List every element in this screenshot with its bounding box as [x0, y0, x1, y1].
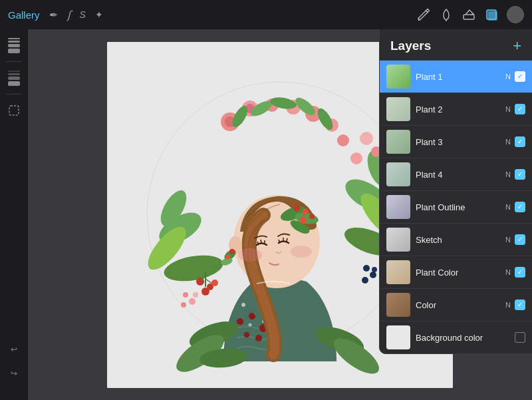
svg-point-19	[183, 292, 188, 298]
layer-visibility-checkbox[interactable]	[515, 169, 525, 180]
add-layer-button[interactable]: +	[513, 39, 521, 53]
layers-title: Layers	[390, 39, 431, 53]
layer-blend-mode[interactable]: N	[505, 203, 511, 211]
svg-point-47	[372, 267, 377, 272]
svg-point-14	[201, 288, 209, 296]
layer-item[interactable]: Plant 2N	[380, 93, 532, 126]
svg-point-58	[255, 335, 262, 341]
layer-visibility-checkbox[interactable]	[515, 104, 525, 114]
svg-rect-1	[464, 15, 474, 19]
layer-item[interactable]: Plant ColorN	[380, 256, 532, 289]
layer-thumbnail	[386, 162, 410, 186]
svg-point-20	[189, 298, 196, 305]
layer-item[interactable]: Background color	[380, 321, 532, 354]
svg-point-44	[363, 265, 370, 272]
layer-blend-mode[interactable]: N	[505, 301, 511, 309]
left-sidebar: ↩ ↪	[0, 29, 28, 400]
svg-point-81	[226, 254, 231, 259]
layers-header: Layers +	[380, 29, 532, 61]
layer-thumbnail	[386, 130, 410, 154]
transform-icon[interactable]: ✦	[95, 9, 103, 20]
layer-visibility-checkbox[interactable]	[515, 136, 525, 147]
layer-name: Sketch	[416, 235, 505, 245]
toolbar: Gallery ✒ ʃ S ✦	[0, 0, 532, 29]
layer-item[interactable]: SketchN	[380, 224, 532, 256]
svg-point-54	[249, 313, 255, 319]
toolbar-left: Gallery ✒ ʃ S ✦	[8, 9, 103, 21]
layer-name: Plant 3	[416, 137, 505, 147]
layer-blend-mode[interactable]: N	[505, 236, 511, 244]
layer-thumbnail	[386, 293, 410, 317]
svg-point-75	[303, 208, 309, 214]
layer-thumbnail	[386, 325, 410, 349]
user-avatar[interactable]	[507, 6, 524, 23]
layer-visibility-checkbox[interactable]	[515, 71, 525, 82]
layer-visibility-checkbox[interactable]	[515, 300, 525, 310]
svg-point-74	[293, 205, 300, 212]
layer-name: Plant Color	[416, 268, 505, 278]
sidebar-divider-2	[6, 94, 22, 95]
redo-button[interactable]: ↪	[5, 364, 23, 383]
svg-point-70	[291, 246, 312, 258]
layer-blend-mode[interactable]: N	[505, 138, 511, 146]
pen-icon[interactable]	[439, 7, 454, 22]
svg-point-21	[181, 302, 186, 307]
layer-thumbnail	[386, 65, 410, 89]
layer-name: Plant 1	[416, 72, 505, 82]
layer-item[interactable]: ColorN	[380, 289, 532, 321]
eraser-icon[interactable]	[462, 7, 476, 22]
layer-name: Plant 4	[416, 170, 505, 180]
smudge-icon[interactable]: S	[80, 9, 86, 20]
brush-size-control[interactable]	[5, 36, 23, 55]
svg-point-57	[244, 332, 249, 337]
layer-visibility-checkbox[interactable]	[515, 332, 525, 343]
sidebar-divider-1	[6, 61, 22, 62]
layer-visibility-checkbox[interactable]	[515, 234, 525, 245]
gallery-button[interactable]: Gallery	[8, 9, 40, 21]
svg-point-80	[229, 249, 235, 254]
layers-list: Plant 1NPlant 2NPlant 3NPlant 4NPlant Ou…	[380, 61, 532, 354]
svg-line-68	[287, 238, 287, 242]
layer-item[interactable]: Plant 3N	[380, 126, 532, 158]
layer-blend-mode[interactable]: N	[505, 73, 511, 81]
layer-item[interactable]: Plant 4N	[380, 158, 532, 191]
svg-point-43	[360, 132, 373, 145]
layer-thumbnail	[386, 195, 410, 219]
undo-button[interactable]: ↩	[5, 340, 23, 359]
layer-blend-mode[interactable]: N	[505, 105, 511, 113]
adjust-icon[interactable]: ʃ	[67, 9, 70, 21]
svg-point-76	[309, 214, 315, 219]
svg-rect-5	[9, 106, 19, 115]
svg-point-69	[238, 248, 262, 262]
layer-visibility-checkbox[interactable]	[515, 202, 525, 212]
layer-name: Background color	[416, 333, 511, 343]
modify-icon[interactable]: ✒	[49, 9, 58, 21]
svg-point-48	[241, 303, 245, 307]
layer-name: Plant 2	[416, 104, 505, 114]
layer-blend-mode[interactable]: N	[505, 268, 511, 276]
svg-point-41	[350, 152, 362, 164]
layer-visibility-checkbox[interactable]	[515, 267, 525, 278]
svg-point-15	[211, 280, 218, 286]
layer-name: Color	[416, 300, 505, 310]
layer-thumbnail	[386, 97, 410, 121]
selection-tool[interactable]	[5, 101, 23, 120]
layer-blend-mode[interactable]: N	[505, 170, 511, 178]
svg-point-46	[362, 277, 368, 284]
toolbar-right	[416, 6, 524, 23]
layer-name: Plant Outline	[416, 202, 505, 212]
svg-line-64	[261, 240, 261, 243]
layer-thumbnail	[386, 260, 410, 284]
layers-panel: Layers + Plant 1NPlant 2NPlant 3NPlant 4…	[379, 29, 532, 354]
pencil-icon[interactable]	[416, 7, 431, 22]
layer-item[interactable]: Plant 1N	[380, 61, 532, 93]
layers-panel-icon[interactable]	[484, 7, 499, 22]
layer-item[interactable]: Plant OutlineN	[380, 191, 532, 224]
svg-point-45	[370, 272, 376, 278]
layer-thumbnail	[386, 228, 410, 252]
svg-point-77	[300, 217, 307, 224]
svg-point-51	[249, 323, 252, 326]
svg-point-31	[337, 134, 349, 146]
svg-point-53	[237, 318, 243, 325]
opacity-control[interactable]	[5, 69, 23, 87]
